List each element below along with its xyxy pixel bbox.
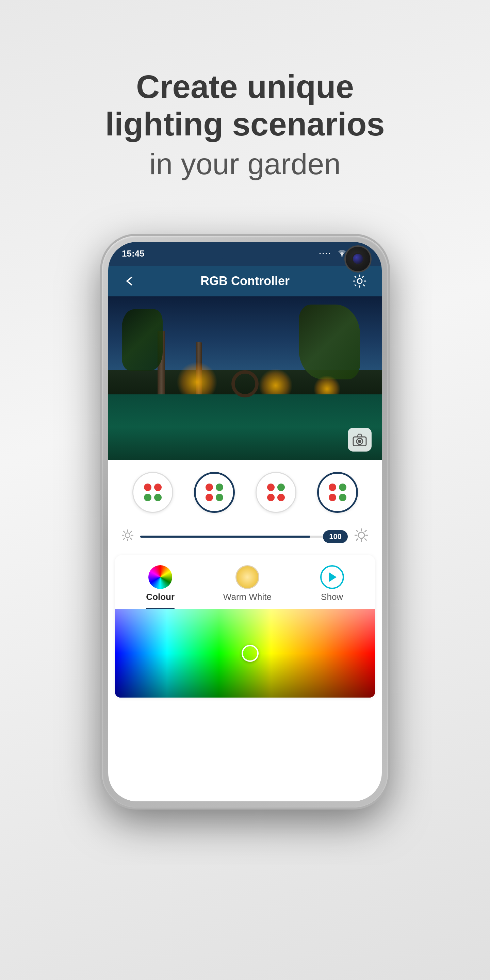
brightness-slider[interactable]: 100 — [140, 536, 348, 538]
tab-warm-white[interactable]: Warm White — [223, 565, 272, 602]
colour-icon — [148, 565, 172, 589]
back-button[interactable] — [122, 272, 139, 290]
show-icon — [320, 565, 344, 589]
settings-button[interactable] — [351, 272, 368, 290]
camera-bump — [344, 245, 372, 272]
light-circle-3[interactable] — [256, 472, 296, 513]
svg-line-21 — [365, 530, 366, 531]
svg-line-10 — [124, 531, 125, 533]
tab-colour[interactable]: Colour — [146, 565, 175, 602]
tab-warm-white-label: Warm White — [223, 592, 272, 602]
hero-line2: lighting scenarios — [105, 106, 385, 142]
brightness-value: 100 — [323, 530, 348, 543]
svg-line-12 — [130, 531, 132, 533]
svg-point-4 — [358, 440, 361, 443]
tab-colour-label: Colour — [146, 592, 175, 602]
svg-point-5 — [125, 533, 130, 538]
tabs-row: Colour Warm White Show — [115, 565, 375, 609]
signal-dots-icon: ···· — [319, 250, 331, 258]
phone-notch — [218, 248, 272, 260]
phone-frame: 15:45 ···· — [102, 236, 388, 808]
light-circle-4[interactable] — [317, 472, 358, 513]
warm-white-icon — [235, 565, 259, 589]
svg-line-19 — [356, 530, 358, 531]
hero-line3: in your garden — [105, 147, 385, 181]
hero-line1: Create unique — [136, 68, 354, 105]
light-circle-2[interactable] — [194, 472, 235, 513]
light-selectors — [108, 460, 382, 525]
status-time: 15:45 — [122, 248, 145, 259]
svg-point-14 — [358, 532, 364, 538]
nav-title: RGB Controller — [200, 274, 290, 288]
svg-point-1 — [357, 279, 362, 283]
svg-line-22 — [356, 539, 358, 540]
brightness-min-icon — [122, 530, 134, 544]
phone-screen: 15:45 ···· — [108, 242, 382, 801]
svg-line-13 — [124, 538, 125, 539]
tab-section: Colour Warm White Show — [115, 555, 375, 698]
camera-lens — [352, 253, 364, 265]
svg-line-11 — [130, 538, 132, 539]
tab-show[interactable]: Show — [320, 565, 344, 602]
garden-image — [108, 296, 382, 460]
brightness-max-icon — [355, 528, 368, 545]
hero-section: Create unique lighting scenarios in your… — [105, 68, 385, 181]
color-picker[interactable] — [115, 609, 375, 698]
play-triangle — [329, 572, 337, 582]
phone-device: 15:45 ···· — [102, 236, 388, 808]
camera-capture-button[interactable] — [348, 428, 372, 452]
light-circle-1[interactable] — [132, 472, 173, 513]
tab-show-label: Show — [321, 592, 343, 602]
brightness-row: 100 — [108, 525, 382, 555]
color-picker-handle[interactable] — [242, 645, 259, 662]
nav-bar: RGB Controller — [108, 266, 382, 296]
svg-line-20 — [365, 539, 366, 540]
svg-point-0 — [341, 255, 343, 256]
